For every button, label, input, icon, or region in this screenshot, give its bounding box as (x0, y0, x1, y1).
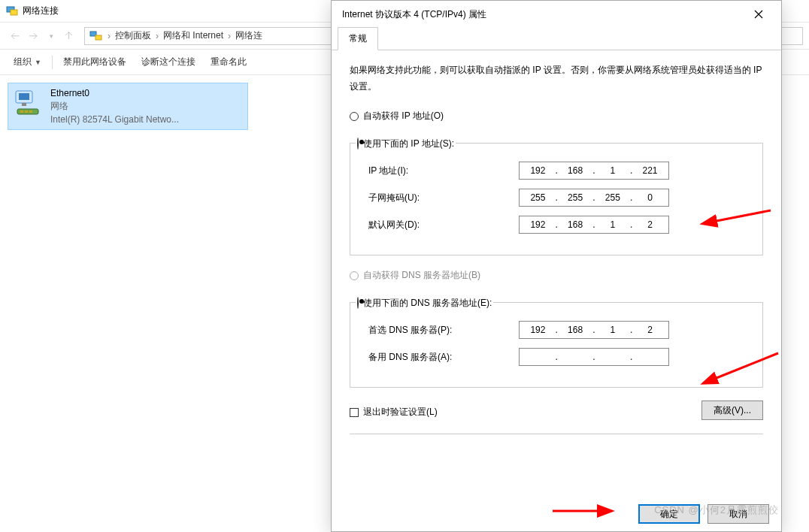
diagnose-button[interactable]: 诊断这个连接 (134, 53, 203, 71)
dialog-body: 如果网络支持此功能，则可以获取自动指派的 IP 设置。否则，你需要从网络系统管理… (332, 50, 781, 451)
subnet-mask-label: 子网掩码(U): (361, 192, 519, 204)
nic-adapter: Intel(R) 82574L Gigabit Netwo... (50, 114, 179, 125)
radio-label: 自动获得 DNS 服务器地址(B) (363, 269, 480, 282)
network-icon (89, 30, 103, 42)
breadcrumb-item[interactable]: 控制面板 (112, 29, 154, 42)
ok-button[interactable]: 确定 (638, 504, 700, 524)
chevron-down-icon: ▼ (35, 59, 41, 66)
up-button[interactable]: 🡡 (60, 27, 78, 45)
tab-general[interactable]: 常规 (338, 27, 378, 50)
nic-name: Ethernet0 (50, 88, 179, 98)
breadcrumb-item[interactable]: 网络连 (232, 29, 265, 42)
svg-rect-3 (95, 35, 102, 40)
close-button[interactable] (747, 4, 771, 25)
subnet-mask-input[interactable]: 255. 255. 255. 0 (519, 189, 669, 207)
chevron-right-icon: › (106, 31, 112, 41)
back-button[interactable]: 🡠 (6, 27, 24, 45)
radio-manual-dns[interactable]: 使用下面的 DNS 服务器地址(E): (356, 297, 493, 310)
advanced-button[interactable]: 高级(V)... (701, 401, 763, 420)
radio-icon (350, 112, 359, 121)
ip-address-label: IP 地址(I): (361, 165, 519, 177)
recent-dropdown[interactable]: ▾ (42, 27, 60, 45)
radio-label: 使用下面的 DNS 服务器地址(E): (363, 298, 492, 308)
forward-button[interactable]: 🡢 (24, 27, 42, 45)
organize-menu[interactable]: 组织▼ (6, 53, 49, 71)
chevron-right-icon: › (154, 31, 160, 41)
svg-rect-8 (20, 110, 23, 113)
radio-auto-ip[interactable]: 自动获得 IP 地址(O) (350, 110, 763, 122)
gateway-label: 默认网关(D): (361, 219, 519, 231)
ip-address-input[interactable]: 192. 168. 1. 221 (519, 162, 669, 180)
svg-rect-10 (29, 110, 32, 113)
radio-manual-ip[interactable]: 使用下面的 IP 地址(S): (356, 138, 456, 150)
separator (52, 56, 53, 69)
dialog-footer: 确定 取消 (638, 504, 769, 524)
disable-device-button[interactable]: 禁用此网络设备 (56, 53, 134, 71)
ipv4-properties-dialog: Internet 协议版本 4 (TCP/IPv4) 属性 常规 如果网络支持此… (331, 0, 782, 532)
dns1-label: 首选 DNS 服务器(P): (361, 324, 519, 337)
breadcrumb-item[interactable]: 网络和 Internet (160, 29, 226, 42)
rename-button[interactable]: 重命名此 (203, 53, 254, 71)
dialog-titlebar: Internet 协议版本 4 (TCP/IPv4) 属性 (332, 1, 781, 28)
radio-icon (357, 138, 359, 150)
description-text: 如果网络支持此功能，则可以获取自动指派的 IP 设置。否则，你需要从网络系统管理… (350, 62, 763, 95)
tab-strip: 常规 (332, 28, 781, 50)
chevron-right-icon: › (226, 31, 232, 41)
dialog-title: Internet 协议版本 4 (TCP/IPv4) 属性 (342, 8, 486, 21)
radio-icon (357, 297, 359, 309)
ethernet-adapter-icon (13, 88, 43, 118)
dns2-label: 备用 DNS 服务器(A): (361, 351, 519, 364)
radio-label: 使用下面的 IP 地址(S): (363, 138, 454, 149)
network-connections-icon (6, 6, 18, 17)
dns1-input[interactable]: 192. 168. 1. 2 (519, 321, 669, 339)
svg-rect-5 (19, 93, 29, 100)
explorer-title: 网络连接 (23, 5, 59, 17)
dns-group: 首选 DNS 服务器(P): 192. 168. 1. 2 备用 DNS 服务器… (350, 302, 763, 388)
radio-icon (350, 271, 359, 280)
nic-item[interactable]: Ethernet0 网络 Intel(R) 82574L Gigabit Net… (8, 83, 248, 130)
svg-rect-6 (22, 103, 26, 106)
dns2-input[interactable]: . . . (519, 348, 669, 366)
nic-status: 网络 (50, 100, 179, 113)
checkbox-icon (350, 408, 359, 417)
gateway-input[interactable]: 192. 168. 1. 2 (519, 216, 669, 234)
ip-group: IP 地址(I): 192. 168. 1. 221 子网掩码(U): 255.… (350, 143, 763, 255)
checkbox-label: 退出时验证设置(L) (363, 406, 438, 419)
cancel-button[interactable]: 取消 (707, 504, 769, 524)
svg-rect-9 (25, 110, 28, 113)
radio-label: 自动获得 IP 地址(O) (363, 110, 444, 122)
radio-auto-dns: 自动获得 DNS 服务器地址(B) (350, 269, 763, 282)
close-icon (754, 10, 763, 19)
svg-rect-1 (11, 10, 17, 15)
separator (350, 434, 763, 434)
